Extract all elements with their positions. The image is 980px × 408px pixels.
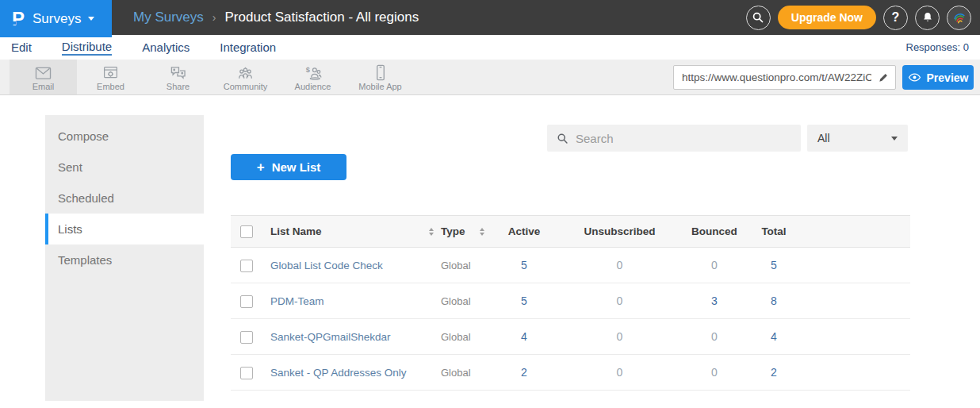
tab-integration[interactable]: Integration <box>220 40 276 55</box>
share-url-input[interactable] <box>674 71 871 83</box>
channel-community[interactable]: Community <box>212 60 279 94</box>
total-count[interactable]: 8 <box>746 283 802 319</box>
mobile-app-icon <box>375 64 386 81</box>
notifications-button[interactable] <box>915 6 940 30</box>
filter-dropdown[interactable]: All <box>807 125 908 152</box>
list-name-link[interactable]: Global List Code Check <box>270 248 441 283</box>
row-checkbox[interactable] <box>240 295 253 308</box>
channel-label: Audience <box>295 82 331 91</box>
avatar[interactable] <box>947 6 971 30</box>
help-button[interactable]: ? <box>883 6 908 30</box>
search-button[interactable] <box>746 6 771 30</box>
lists-table: List Name Type Active Unsubscribed Bounc… <box>231 215 910 391</box>
row-checkbox[interactable] <box>240 367 253 379</box>
channel-label: Mobile App <box>358 82 401 91</box>
list-name-link[interactable]: Sanket-QPGmailShekdar <box>270 319 441 355</box>
column-header-list-name: List Name <box>270 225 322 237</box>
bounced-count: 0 <box>683 355 746 391</box>
svg-text:$: $ <box>305 65 309 73</box>
list-name-link[interactable]: Sanket - QP Addresses Only <box>270 355 441 391</box>
row-checkbox[interactable] <box>240 260 253 272</box>
channel-email[interactable]: Email <box>10 60 77 94</box>
pencil-icon <box>878 72 889 83</box>
breadcrumb-separator-icon: › <box>212 11 216 24</box>
total-count[interactable]: 2 <box>746 355 802 391</box>
sidebar-item-sent[interactable]: Sent <box>45 152 204 183</box>
column-header-total: Total <box>746 216 802 248</box>
channel-audience[interactable]: $ Audience <box>279 60 346 94</box>
preview-label: Preview <box>927 71 969 84</box>
channel-label: Embed <box>97 82 124 91</box>
bell-icon <box>921 11 934 24</box>
active-count[interactable]: 2 <box>492 355 557 391</box>
channel-embed[interactable]: Embed <box>77 60 144 94</box>
share-url-field <box>673 65 896 90</box>
tab-analytics[interactable]: Analytics <box>142 40 189 55</box>
email-icon <box>34 64 52 81</box>
list-type: Global <box>441 248 492 283</box>
edit-url-button[interactable] <box>871 72 895 83</box>
select-all-checkbox[interactable] <box>240 225 253 238</box>
upgrade-button[interactable]: Upgrade Now <box>778 6 876 29</box>
table-row: PDM-TeamGlobal5038 <box>231 283 910 319</box>
table-header-row: List Name Type Active Unsubscribed Bounc… <box>231 216 910 248</box>
list-name-link[interactable]: PDM-Team <box>270 283 441 319</box>
search-input[interactable] <box>576 132 801 145</box>
list-type: Global <box>441 283 492 319</box>
sort-list-name-icon[interactable] <box>429 228 434 236</box>
tab-edit[interactable]: Edit <box>11 40 32 55</box>
active-count[interactable]: 4 <box>492 319 557 355</box>
responses-count: Responses: 0 <box>906 41 970 53</box>
table-row: Sanket - QP Addresses OnlyGlobal2002 <box>231 355 910 391</box>
channel-mobile-app[interactable]: Mobile App <box>346 60 414 94</box>
sort-type-icon[interactable] <box>480 228 484 236</box>
distribute-sidebar: Compose Sent Scheduled Lists Templates <box>45 115 204 401</box>
breadcrumb: My Surveys › Product Satisfaction - All … <box>133 0 419 35</box>
bounced-count: 0 <box>683 248 746 283</box>
active-count[interactable]: 5 <box>492 283 557 319</box>
audience-icon: $ <box>304 64 323 81</box>
bounced-count[interactable]: 3 <box>683 283 746 319</box>
sidebar-item-lists[interactable]: Lists <box>45 214 204 244</box>
column-header-unsubscribed: Unsubscribed <box>557 216 683 248</box>
row-checkbox[interactable] <box>240 331 253 344</box>
filter-value: All <box>817 132 830 144</box>
active-count[interactable]: 5 <box>492 248 557 283</box>
new-list-label: New List <box>272 160 321 174</box>
table-row: Global List Code CheckGlobal5005 <box>231 248 910 283</box>
list-type: Global <box>441 355 492 391</box>
avatar-swirl-icon <box>951 10 967 25</box>
total-count[interactable]: 5 <box>746 248 802 283</box>
search-field <box>547 125 801 152</box>
bounced-count: 0 <box>683 319 746 355</box>
plus-icon: + <box>257 160 265 174</box>
preview-button[interactable]: Preview <box>902 65 974 90</box>
breadcrumb-my-surveys[interactable]: My Surveys <box>133 10 204 25</box>
chevron-down-icon <box>88 17 94 21</box>
top-header: P Surveys My Surveys › Product Satisfact… <box>0 0 980 35</box>
table-row: Sanket-QPGmailShekdarGlobal4004 <box>231 319 910 355</box>
channel-label: Email <box>33 82 55 91</box>
channel-label: Share <box>167 82 189 91</box>
search-icon <box>557 133 568 144</box>
channel-label: Community <box>224 82 268 91</box>
sidebar-item-templates[interactable]: Templates <box>45 244 204 275</box>
product-switcher[interactable]: P Surveys <box>0 0 112 37</box>
unsubscribed-count: 0 <box>557 319 683 355</box>
unsubscribed-count: 0 <box>557 355 683 391</box>
survey-tabs: Edit Distribute Analytics Integration Re… <box>0 35 980 60</box>
total-count[interactable]: 4 <box>746 319 802 355</box>
tab-distribute[interactable]: Distribute <box>62 40 112 56</box>
new-list-button[interactable]: + New List <box>231 154 346 180</box>
questionpro-logo-icon: P <box>12 10 25 29</box>
chevron-down-icon <box>891 137 898 140</box>
product-name: Surveys <box>33 11 81 27</box>
channel-share[interactable]: Share <box>144 60 212 94</box>
share-icon <box>169 64 187 81</box>
distribute-toolbar: Email Embed Share Community <box>0 60 980 95</box>
table-body: Global List Code CheckGlobal5005PDM-Team… <box>231 248 910 391</box>
eye-icon <box>908 72 921 83</box>
sidebar-item-compose[interactable]: Compose <box>45 121 204 152</box>
sidebar-item-scheduled[interactable]: Scheduled <box>45 183 204 214</box>
list-type: Global <box>441 319 492 355</box>
